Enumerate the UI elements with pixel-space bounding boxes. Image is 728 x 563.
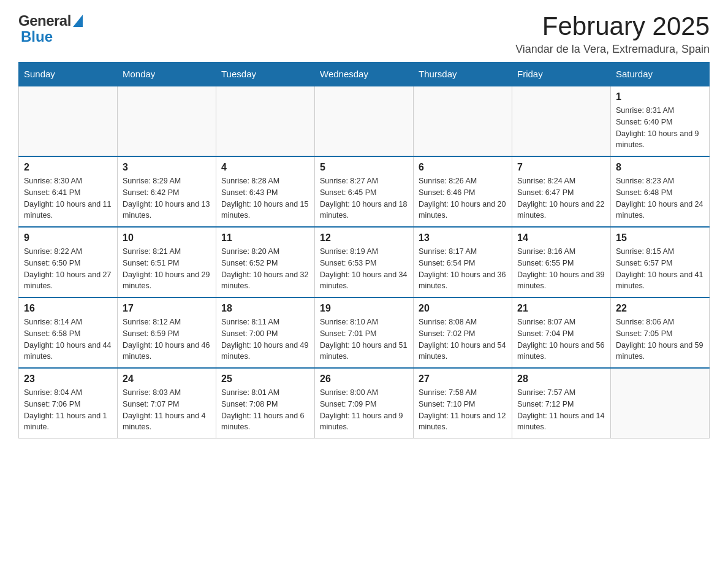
- day-number: 6: [419, 162, 507, 173]
- header-thursday: Thursday: [414, 63, 512, 86]
- header-saturday: Saturday: [611, 63, 710, 86]
- table-cell: 8Sunrise: 8:23 AMSunset: 6:48 PMDaylight…: [611, 156, 710, 227]
- day-number: 24: [123, 373, 211, 385]
- day-number: 15: [616, 232, 704, 243]
- title-block: February 2025 Viandar de la Vera, Extrem…: [515, 12, 710, 56]
- table-cell: 2Sunrise: 8:30 AMSunset: 6:41 PMDaylight…: [19, 156, 118, 227]
- day-number: 14: [517, 232, 605, 243]
- day-number: 22: [616, 303, 704, 314]
- day-info: Sunrise: 8:19 AMSunset: 6:53 PMDaylight:…: [320, 246, 408, 292]
- week-row-2: 9Sunrise: 8:22 AMSunset: 6:50 PMDaylight…: [19, 227, 710, 297]
- day-number: 3: [123, 162, 211, 173]
- day-info: Sunrise: 8:03 AMSunset: 7:07 PMDaylight:…: [123, 387, 211, 433]
- table-cell: [216, 86, 315, 156]
- day-info: Sunrise: 8:16 AMSunset: 6:55 PMDaylight:…: [517, 246, 605, 292]
- table-cell: 21Sunrise: 8:07 AMSunset: 7:04 PMDayligh…: [512, 297, 611, 368]
- table-cell: [19, 86, 118, 156]
- table-cell: 19Sunrise: 8:10 AMSunset: 7:01 PMDayligh…: [315, 297, 414, 368]
- day-info: Sunrise: 8:14 AMSunset: 6:58 PMDaylight:…: [24, 316, 112, 362]
- day-info: Sunrise: 8:26 AMSunset: 6:46 PMDaylight:…: [419, 175, 507, 221]
- day-number: 20: [419, 303, 507, 314]
- logo-triangle-icon: [73, 15, 83, 27]
- day-info: Sunrise: 8:21 AMSunset: 6:51 PMDaylight:…: [123, 246, 211, 292]
- table-cell: 10Sunrise: 8:21 AMSunset: 6:51 PMDayligh…: [118, 227, 216, 297]
- day-number: 4: [221, 162, 309, 173]
- page-header: General Blue February 2025 Viandar de la…: [18, 12, 710, 56]
- table-cell: 26Sunrise: 8:00 AMSunset: 7:09 PMDayligh…: [315, 368, 414, 439]
- header-monday: Monday: [118, 63, 216, 86]
- table-cell: 9Sunrise: 8:22 AMSunset: 6:50 PMDaylight…: [19, 227, 118, 297]
- day-number: 13: [419, 232, 507, 243]
- weekday-header-row: Sunday Monday Tuesday Wednesday Thursday…: [19, 63, 710, 86]
- table-cell: [118, 86, 216, 156]
- header-friday: Friday: [512, 63, 611, 86]
- table-cell: 22Sunrise: 8:06 AMSunset: 7:05 PMDayligh…: [611, 297, 710, 368]
- day-number: 9: [24, 232, 112, 243]
- day-number: 26: [320, 373, 408, 385]
- header-sunday: Sunday: [19, 63, 118, 86]
- month-title: February 2025: [515, 12, 710, 40]
- location-title: Viandar de la Vera, Extremadura, Spain: [515, 43, 710, 56]
- logo: General Blue: [18, 12, 83, 45]
- day-info: Sunrise: 8:12 AMSunset: 6:59 PMDaylight:…: [123, 316, 211, 362]
- table-cell: 5Sunrise: 8:27 AMSunset: 6:45 PMDaylight…: [315, 156, 414, 227]
- day-info: Sunrise: 8:29 AMSunset: 6:42 PMDaylight:…: [123, 175, 211, 221]
- day-info: Sunrise: 8:31 AMSunset: 6:40 PMDaylight:…: [616, 105, 704, 151]
- table-cell: 4Sunrise: 8:28 AMSunset: 6:43 PMDaylight…: [216, 156, 315, 227]
- day-number: 17: [123, 303, 211, 314]
- day-number: 21: [517, 303, 605, 314]
- day-number: 12: [320, 232, 408, 243]
- table-cell: 12Sunrise: 8:19 AMSunset: 6:53 PMDayligh…: [315, 227, 414, 297]
- day-info: Sunrise: 8:30 AMSunset: 6:41 PMDaylight:…: [24, 175, 112, 221]
- week-row-0: 1Sunrise: 8:31 AMSunset: 6:40 PMDaylight…: [19, 86, 710, 156]
- day-info: Sunrise: 8:04 AMSunset: 7:06 PMDaylight:…: [24, 387, 112, 433]
- day-number: 1: [616, 91, 704, 102]
- day-number: 28: [517, 373, 605, 385]
- week-row-3: 16Sunrise: 8:14 AMSunset: 6:58 PMDayligh…: [19, 297, 710, 368]
- day-number: 23: [24, 373, 112, 385]
- day-info: Sunrise: 8:15 AMSunset: 6:57 PMDaylight:…: [616, 246, 704, 292]
- calendar-table: Sunday Monday Tuesday Wednesday Thursday…: [18, 62, 710, 439]
- day-info: Sunrise: 8:17 AMSunset: 6:54 PMDaylight:…: [419, 246, 507, 292]
- table-cell: 18Sunrise: 8:11 AMSunset: 7:00 PMDayligh…: [216, 297, 315, 368]
- day-info: Sunrise: 8:11 AMSunset: 7:00 PMDaylight:…: [221, 316, 309, 362]
- table-cell: [611, 368, 710, 439]
- table-cell: 23Sunrise: 8:04 AMSunset: 7:06 PMDayligh…: [19, 368, 118, 439]
- day-number: 2: [24, 162, 112, 173]
- table-cell: 11Sunrise: 8:20 AMSunset: 6:52 PMDayligh…: [216, 227, 315, 297]
- day-number: 10: [123, 232, 211, 243]
- header-tuesday: Tuesday: [216, 63, 315, 86]
- day-number: 18: [221, 303, 309, 314]
- day-info: Sunrise: 7:58 AMSunset: 7:10 PMDaylight:…: [419, 387, 507, 433]
- day-info: Sunrise: 7:57 AMSunset: 7:12 PMDaylight:…: [517, 387, 605, 433]
- day-info: Sunrise: 8:06 AMSunset: 7:05 PMDaylight:…: [616, 316, 704, 362]
- day-number: 5: [320, 162, 408, 173]
- table-cell: [414, 86, 512, 156]
- table-cell: [315, 86, 414, 156]
- day-info: Sunrise: 8:01 AMSunset: 7:08 PMDaylight:…: [221, 387, 309, 433]
- table-cell: 25Sunrise: 8:01 AMSunset: 7:08 PMDayligh…: [216, 368, 315, 439]
- table-cell: 16Sunrise: 8:14 AMSunset: 6:58 PMDayligh…: [19, 297, 118, 368]
- day-info: Sunrise: 8:08 AMSunset: 7:02 PMDaylight:…: [419, 316, 507, 362]
- day-info: Sunrise: 8:22 AMSunset: 6:50 PMDaylight:…: [24, 246, 112, 292]
- day-info: Sunrise: 8:23 AMSunset: 6:48 PMDaylight:…: [616, 175, 704, 221]
- table-cell: 7Sunrise: 8:24 AMSunset: 6:47 PMDaylight…: [512, 156, 611, 227]
- day-info: Sunrise: 8:07 AMSunset: 7:04 PMDaylight:…: [517, 316, 605, 362]
- week-row-1: 2Sunrise: 8:30 AMSunset: 6:41 PMDaylight…: [19, 156, 710, 227]
- table-cell: 1Sunrise: 8:31 AMSunset: 6:40 PMDaylight…: [611, 86, 710, 156]
- table-cell: 13Sunrise: 8:17 AMSunset: 6:54 PMDayligh…: [414, 227, 512, 297]
- table-cell: 24Sunrise: 8:03 AMSunset: 7:07 PMDayligh…: [118, 368, 216, 439]
- header-wednesday: Wednesday: [315, 63, 414, 86]
- day-info: Sunrise: 8:24 AMSunset: 6:47 PMDaylight:…: [517, 175, 605, 221]
- table-cell: 20Sunrise: 8:08 AMSunset: 7:02 PMDayligh…: [414, 297, 512, 368]
- table-cell: 6Sunrise: 8:26 AMSunset: 6:46 PMDaylight…: [414, 156, 512, 227]
- day-number: 27: [419, 373, 507, 385]
- day-number: 11: [221, 232, 309, 243]
- day-info: Sunrise: 8:27 AMSunset: 6:45 PMDaylight:…: [320, 175, 408, 221]
- logo-general-text: General: [18, 12, 71, 29]
- day-number: 8: [616, 162, 704, 173]
- table-cell: 27Sunrise: 7:58 AMSunset: 7:10 PMDayligh…: [414, 368, 512, 439]
- day-info: Sunrise: 8:00 AMSunset: 7:09 PMDaylight:…: [320, 387, 408, 433]
- week-row-4: 23Sunrise: 8:04 AMSunset: 7:06 PMDayligh…: [19, 368, 710, 439]
- table-cell: 15Sunrise: 8:15 AMSunset: 6:57 PMDayligh…: [611, 227, 710, 297]
